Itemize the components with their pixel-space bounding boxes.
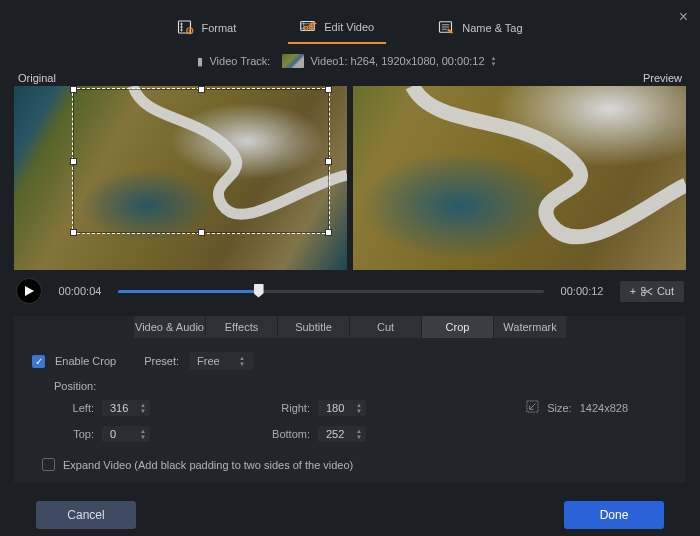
preset-label: Preset: [144,355,179,367]
video-track-row: ▮ Video Track: Video1: h264, 1920x1080, … [0,52,700,70]
size-value: 1424x828 [580,402,628,414]
tab-edit-video[interactable]: Edit Video [288,12,386,44]
enable-crop-checkbox[interactable]: ✓ [32,355,45,368]
add-icon: + [630,286,636,297]
stepper-icon: ▲▼ [491,56,497,67]
expand-video-checkbox[interactable] [42,458,55,471]
crop-handle-t[interactable] [198,86,205,93]
crop-box[interactable] [72,88,330,234]
subtab-subtitle[interactable]: Subtitle [278,316,350,338]
subtab-cut[interactable]: Cut [350,316,422,338]
crop-handle-l[interactable] [70,158,77,165]
pane-labels: Original Preview [0,72,700,84]
left-input[interactable]: 316▲▼ [102,400,150,416]
size-info: Size: 1424x828 [526,400,668,415]
tab-edit-video-label: Edit Video [324,21,374,33]
crop-settings: ✓ Enable Crop Preset: Free ▲▼ Position: … [14,338,686,471]
crop-handle-tl[interactable] [70,86,77,93]
tab-name-tag-label: Name & Tag [462,22,522,34]
enable-crop-label: Enable Crop [55,355,116,367]
top-tabs: Format Edit Video Name & Tag [0,0,700,44]
sub-tabs: Video & Audio Effects Subtitle Cut Crop … [14,316,686,338]
preview-pane [353,86,686,270]
name-tag-icon [438,19,456,37]
original-pane[interactable] [14,86,347,270]
tab-format[interactable]: Format [165,12,248,44]
expand-video-label: Expand Video (Add black padding to two s… [63,459,353,471]
done-button[interactable]: Done [564,501,664,529]
crop-handle-b[interactable] [198,229,205,236]
stepper-icon[interactable]: ▲▼ [140,429,146,440]
subtab-effects[interactable]: Effects [206,316,278,338]
top-label: Top: [54,428,94,440]
right-label: Right: [270,402,310,414]
format-icon [177,19,195,37]
seek-track[interactable] [118,281,544,301]
stepper-icon: ▲▼ [239,356,245,367]
river-overlay-preview [353,86,686,268]
cut-button[interactable]: + Cut [620,281,684,302]
svg-point-6 [641,287,645,291]
preview-panes [0,84,700,270]
crop-handle-r[interactable] [325,158,332,165]
cut-label: Cut [657,285,674,297]
time-current: 00:00:04 [54,285,106,297]
subtab-crop[interactable]: Crop [422,316,494,338]
stepper-icon[interactable]: ▲▼ [356,429,362,440]
top-input[interactable]: 0▲▼ [102,426,150,442]
film-icon: ▮ [197,55,203,68]
crop-handle-br[interactable] [325,229,332,236]
subtab-video-audio[interactable]: Video & Audio [134,316,206,338]
preset-select[interactable]: Free ▲▼ [189,352,253,370]
edit-panel: Video & Audio Effects Subtitle Cut Crop … [14,316,686,483]
seek-fill [118,290,259,293]
cancel-button[interactable]: Cancel [36,501,136,529]
footer: Cancel Done [0,489,700,536]
subtab-watermark[interactable]: Watermark [494,316,566,338]
position-heading: Position: [32,380,668,392]
crop-handle-bl[interactable] [70,229,77,236]
video-track-label: Video Track: [209,55,270,67]
left-label: Left: [54,402,94,414]
preview-label: Preview [643,72,682,84]
size-label: Size: [547,402,571,414]
right-input[interactable]: 180▲▼ [318,400,366,416]
bottom-input[interactable]: 252▲▼ [318,426,366,442]
video-track-value: Video1: h264, 1920x1080, 00:00:12 [310,55,484,67]
tab-name-tag[interactable]: Name & Tag [426,12,534,44]
original-label: Original [18,72,56,84]
stepper-icon[interactable]: ▲▼ [356,403,362,414]
timeline: 00:00:04 00:00:12 + Cut [0,270,700,314]
crop-handle-tr[interactable] [325,86,332,93]
stepper-icon[interactable]: ▲▼ [140,403,146,414]
size-icon [526,400,539,415]
seek-handle[interactable] [254,284,264,298]
close-button[interactable]: × [679,8,688,26]
video-track-thumb [282,54,304,68]
edit-video-icon [300,18,318,36]
time-total: 00:00:12 [556,285,608,297]
scissors-icon [640,285,653,298]
preset-value: Free [197,355,220,367]
tab-format-label: Format [201,22,236,34]
play-button[interactable] [16,278,42,304]
video-track-select[interactable]: Video1: h264, 1920x1080, 00:00:12 ▲▼ [276,52,502,70]
svg-point-7 [641,292,645,296]
bottom-label: Bottom: [270,428,310,440]
